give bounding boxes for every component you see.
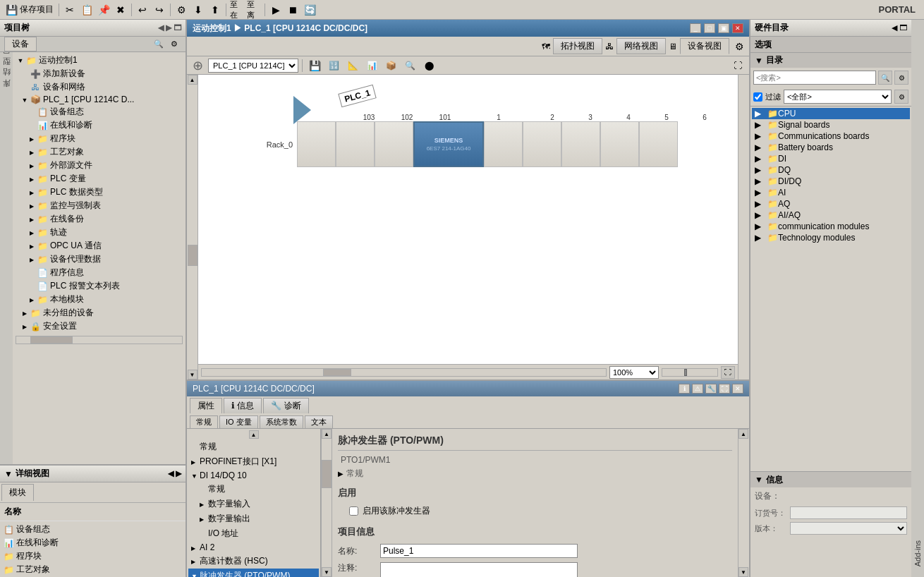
subtab-io-vars[interactable]: IO 变量 xyxy=(219,415,258,428)
header-icon-3[interactable]: 🗖 xyxy=(174,23,181,32)
filter-select[interactable]: <全部> xyxy=(784,90,892,104)
tree-plc-reports[interactable]: 📄 PLC 报警文本列表 xyxy=(14,279,184,293)
nt8[interactable] xyxy=(191,557,200,565)
t13[interactable] xyxy=(27,242,37,250)
nav-general[interactable]: 常规 xyxy=(188,439,319,454)
diagram-right-scroll[interactable] xyxy=(738,75,749,379)
props-btn5[interactable]: ✕ xyxy=(732,384,743,394)
nav-di-digital-in[interactable]: 数字量输入 xyxy=(188,497,319,511)
cat-diq[interactable]: ▶ 📁 DI/DQ xyxy=(752,176,910,187)
header-icon-2[interactable]: ▶ xyxy=(166,23,171,32)
tb-delete[interactable]: ✖ xyxy=(113,2,128,18)
dt-btn5[interactable]: 📦 xyxy=(383,58,399,73)
tree-safety[interactable]: 🔒 安全设置 xyxy=(14,320,184,333)
zoom-select[interactable]: 100% xyxy=(609,366,659,379)
nav-vscroll-up[interactable]: ▲ xyxy=(322,429,332,439)
tree-btn1[interactable]: 🔍 xyxy=(152,38,165,51)
tree-backup[interactable]: 📁 在线备份 xyxy=(14,212,184,226)
device-tab[interactable]: 设备 xyxy=(4,37,37,51)
tree-tech-objects[interactable]: 📁 工艺对象 xyxy=(14,145,184,159)
tb-undo[interactable]: ↩ xyxy=(135,2,150,18)
subtab-sys-const[interactable]: 系统常数 xyxy=(260,415,303,428)
diagram-expand-btn[interactable]: ⛶ xyxy=(721,366,735,379)
tree-btn2[interactable]: ⚙ xyxy=(168,38,181,51)
subtab-general[interactable]: 常规 xyxy=(190,415,218,428)
tb-go-offline[interactable]: 转至离线 xyxy=(246,2,262,18)
tree-ungrouped[interactable]: 📁 未分组的设备 xyxy=(14,306,184,320)
options-section[interactable]: 选项 xyxy=(750,37,911,52)
detail-item-2[interactable]: 📁 程序块 xyxy=(1,549,184,563)
nav-vscroll-down[interactable]: ▼ xyxy=(322,567,332,577)
tb-compile[interactable]: ⚙ xyxy=(174,2,189,18)
view-settings-btn[interactable]: ⚙ xyxy=(733,40,746,53)
general-expand-icon[interactable]: ▶ xyxy=(338,470,344,478)
nt9[interactable] xyxy=(191,572,200,577)
detail-tab-module[interactable]: 模块 xyxy=(1,484,34,501)
tb-redo[interactable]: ↪ xyxy=(152,2,167,18)
tree-add-device[interactable]: ➕ 添加新设备 xyxy=(14,67,184,80)
tree-online-diag[interactable]: 📊 在线和诊断 xyxy=(14,119,184,132)
t11[interactable] xyxy=(27,215,37,223)
props-btn2[interactable]: ⚠ xyxy=(692,384,703,394)
slot-101[interactable] xyxy=(375,121,413,167)
header-icon-1[interactable]: ◀ xyxy=(158,23,164,32)
slot-5[interactable] xyxy=(600,121,639,167)
t12[interactable] xyxy=(27,229,37,236)
cat-tech-modules[interactable]: ▶ 📁 Technology modules xyxy=(752,232,910,243)
filter-checkbox[interactable] xyxy=(753,92,762,102)
t10[interactable] xyxy=(27,202,37,209)
catalog-search-input[interactable] xyxy=(753,71,876,85)
device-toolbar-nav[interactable]: ⊕ xyxy=(190,58,206,73)
tab-device[interactable]: 设备视图 xyxy=(680,38,729,54)
props-btn4[interactable]: ⛶ xyxy=(719,384,730,394)
slot-103[interactable] xyxy=(297,121,336,167)
nav-di-io-addr[interactable]: I/O 地址 xyxy=(188,526,319,541)
dt-btn2[interactable]: 🔢 xyxy=(326,58,341,73)
device-select[interactable]: PLC_1 [CPU 1214C] xyxy=(208,59,298,73)
subtab-text[interactable]: 文本 xyxy=(305,415,333,428)
dt-btn4[interactable]: 📊 xyxy=(364,58,379,73)
cat-comm-boards[interactable]: ▶ 📁 Communications boards xyxy=(752,130,910,142)
cat-comm-modules[interactable]: ▶ 📁 communication modules xyxy=(752,221,910,232)
slot-main-cpu[interactable]: SIEMENS 6ES7 214-1AG40 xyxy=(413,121,484,167)
t18[interactable] xyxy=(20,309,30,317)
nt5[interactable] xyxy=(200,515,208,523)
dt-zoom[interactable]: 🔍 xyxy=(402,58,418,73)
cat-di[interactable]: ▶ 📁 DI xyxy=(752,153,910,164)
tree-traces[interactable]: 📁 轨迹 xyxy=(14,226,184,239)
props-btn3[interactable]: 🔧 xyxy=(705,384,717,394)
t14[interactable] xyxy=(27,255,37,263)
directory-section[interactable]: ▼ 目录 xyxy=(750,52,911,68)
win-restore[interactable]: □ xyxy=(704,23,715,33)
tree-plc-vars[interactable]: 📁 PLC 变量 xyxy=(14,172,184,186)
info-section-header[interactable]: ▼ 信息 xyxy=(750,472,911,487)
plc1-toggle[interactable] xyxy=(20,96,30,104)
add-ins-tab[interactable]: Add-ins xyxy=(911,535,924,571)
t7[interactable] xyxy=(27,162,37,169)
dt-btn1[interactable]: 💾 xyxy=(307,58,322,73)
tb-go-online[interactable]: 转至在线 xyxy=(229,2,245,18)
filter-btn[interactable]: ⚙ xyxy=(894,90,908,104)
root-toggle[interactable] xyxy=(16,56,25,64)
nav-di-digital-out[interactable]: 数字量输出 xyxy=(188,511,319,526)
slot-3[interactable] xyxy=(523,121,561,167)
tab-network[interactable]: 网络视图 xyxy=(616,38,666,54)
tree-prog-info[interactable]: 📄 程序信息 xyxy=(14,266,184,279)
toolbar-save[interactable]: 💾 xyxy=(4,2,19,18)
t17[interactable] xyxy=(27,296,37,303)
version-select[interactable] xyxy=(790,522,907,535)
slot-6[interactable] xyxy=(639,121,678,167)
tree-devices-net[interactable]: 🖧 设备和网络 xyxy=(14,80,184,94)
props-tab-diag[interactable]: 🔧 诊断 xyxy=(263,398,308,413)
tb-upload[interactable]: ⬆ xyxy=(207,2,223,18)
props-tab-properties[interactable]: 属性 xyxy=(190,398,222,413)
tree-local-modules[interactable]: 📁 本地模块 xyxy=(14,293,184,306)
name-input[interactable] xyxy=(380,544,578,558)
dt-fit[interactable]: ⬤ xyxy=(421,58,437,73)
side-tab-layer[interactable]: 层 xyxy=(0,55,15,65)
tree-plc1[interactable]: 📦 PLC_1 [CPU 1214C D... xyxy=(14,94,184,105)
nav-di-dq[interactable]: DI 14/DQ 10 xyxy=(188,469,319,482)
detail-item-1[interactable]: 📊 在线和诊断 xyxy=(1,536,184,549)
tree-hscroll[interactable] xyxy=(16,336,183,344)
cat-aiaq[interactable]: ▶ 📁 AI/AQ xyxy=(752,209,910,221)
